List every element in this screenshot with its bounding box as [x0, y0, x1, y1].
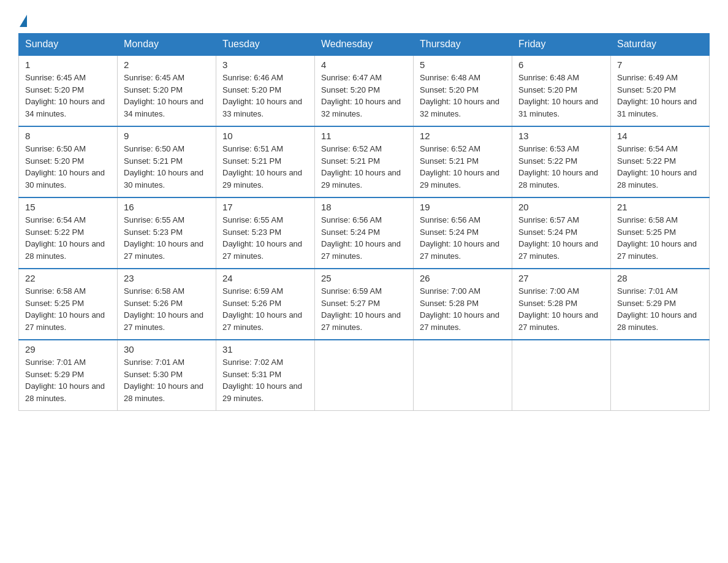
day-number: 12: [420, 131, 506, 141]
calendar-day-cell: 28Sunrise: 7:01 AMSunset: 5:29 PMDayligh…: [611, 269, 710, 340]
day-number: 3: [222, 59, 308, 70]
header-thursday: Thursday: [414, 34, 512, 56]
day-number: 11: [321, 131, 407, 141]
day-info: Sunrise: 6:55 AMSunset: 5:23 PMDaylight:…: [124, 214, 210, 262]
calendar-day-cell: 9Sunrise: 6:50 AMSunset: 5:21 PMDaylight…: [118, 126, 216, 197]
calendar-day-cell: 13Sunrise: 6:53 AMSunset: 5:22 PMDayligh…: [512, 126, 611, 197]
day-number: 17: [222, 202, 308, 212]
calendar-day-cell: 21Sunrise: 6:58 AMSunset: 5:25 PMDayligh…: [611, 197, 710, 269]
day-info: Sunrise: 7:01 AMSunset: 5:29 PMDaylight:…: [617, 285, 703, 333]
logo-triangle-icon: [20, 15, 27, 27]
calendar-week-row: 22Sunrise: 6:58 AMSunset: 5:25 PMDayligh…: [19, 269, 710, 340]
calendar-day-cell: 27Sunrise: 7:00 AMSunset: 5:28 PMDayligh…: [512, 269, 611, 340]
day-info: Sunrise: 6:50 AMSunset: 5:20 PMDaylight:…: [25, 143, 111, 191]
day-number: 2: [124, 59, 210, 70]
calendar-week-row: 1Sunrise: 6:45 AMSunset: 5:20 PMDaylight…: [19, 55, 710, 126]
calendar-day-cell: 22Sunrise: 6:58 AMSunset: 5:25 PMDayligh…: [19, 269, 118, 340]
calendar-day-cell: [611, 340, 710, 411]
calendar-day-cell: 3Sunrise: 6:46 AMSunset: 5:20 PMDaylight…: [216, 55, 315, 126]
calendar-day-cell: 19Sunrise: 6:56 AMSunset: 5:24 PMDayligh…: [414, 197, 512, 269]
calendar-day-cell: 17Sunrise: 6:55 AMSunset: 5:23 PMDayligh…: [216, 197, 315, 269]
calendar-day-cell: 2Sunrise: 6:45 AMSunset: 5:20 PMDaylight…: [118, 55, 216, 126]
day-info: Sunrise: 6:52 AMSunset: 5:21 PMDaylight:…: [321, 143, 407, 191]
day-number: 7: [617, 59, 703, 70]
day-number: 15: [25, 202, 111, 212]
day-info: Sunrise: 6:59 AMSunset: 5:27 PMDaylight:…: [321, 285, 407, 333]
day-info: Sunrise: 6:45 AMSunset: 5:20 PMDaylight:…: [124, 72, 210, 120]
calendar-day-cell: [414, 340, 512, 411]
day-info: Sunrise: 6:58 AMSunset: 5:26 PMDaylight:…: [124, 285, 210, 333]
calendar-day-cell: 1Sunrise: 6:45 AMSunset: 5:20 PMDaylight…: [19, 55, 118, 126]
day-info: Sunrise: 6:59 AMSunset: 5:26 PMDaylight:…: [222, 285, 308, 333]
day-number: 25: [321, 273, 407, 283]
day-number: 30: [124, 344, 210, 354]
header-monday: Monday: [118, 34, 216, 56]
calendar-week-row: 15Sunrise: 6:54 AMSunset: 5:22 PMDayligh…: [19, 197, 710, 269]
calendar-day-cell: 8Sunrise: 6:50 AMSunset: 5:20 PMDaylight…: [19, 126, 118, 197]
day-number: 9: [124, 131, 210, 141]
day-info: Sunrise: 7:01 AMSunset: 5:29 PMDaylight:…: [25, 356, 111, 404]
day-info: Sunrise: 7:02 AMSunset: 5:31 PMDaylight:…: [222, 356, 308, 404]
calendar-table: Sunday Monday Tuesday Wednesday Thursday…: [18, 33, 710, 411]
header-wednesday: Wednesday: [315, 34, 414, 56]
day-number: 31: [222, 344, 308, 354]
day-number: 29: [25, 344, 111, 354]
day-number: 20: [518, 202, 604, 212]
day-info: Sunrise: 6:56 AMSunset: 5:24 PMDaylight:…: [420, 214, 506, 262]
day-number: 18: [321, 202, 407, 212]
calendar-day-cell: 16Sunrise: 6:55 AMSunset: 5:23 PMDayligh…: [118, 197, 216, 269]
day-info: Sunrise: 6:53 AMSunset: 5:22 PMDaylight:…: [518, 143, 604, 191]
calendar-day-cell: 24Sunrise: 6:59 AMSunset: 5:26 PMDayligh…: [216, 269, 315, 340]
calendar-day-cell: 6Sunrise: 6:48 AMSunset: 5:20 PMDaylight…: [512, 55, 611, 126]
day-number: 21: [617, 202, 703, 212]
day-info: Sunrise: 6:58 AMSunset: 5:25 PMDaylight:…: [617, 214, 703, 262]
calendar-header-row: Sunday Monday Tuesday Wednesday Thursday…: [19, 34, 710, 56]
day-number: 14: [617, 131, 703, 141]
day-info: Sunrise: 6:48 AMSunset: 5:20 PMDaylight:…: [518, 72, 604, 120]
day-number: 19: [420, 202, 506, 212]
calendar-day-cell: 26Sunrise: 7:00 AMSunset: 5:28 PMDayligh…: [414, 269, 512, 340]
day-number: 1: [25, 59, 111, 70]
calendar-week-row: 29Sunrise: 7:01 AMSunset: 5:29 PMDayligh…: [19, 340, 710, 411]
calendar-day-cell: [315, 340, 414, 411]
day-number: 10: [222, 131, 308, 141]
day-number: 22: [25, 273, 111, 283]
calendar-day-cell: 20Sunrise: 6:57 AMSunset: 5:24 PMDayligh…: [512, 197, 611, 269]
day-info: Sunrise: 6:49 AMSunset: 5:20 PMDaylight:…: [617, 72, 703, 120]
header-saturday: Saturday: [611, 34, 710, 56]
day-info: Sunrise: 6:58 AMSunset: 5:25 PMDaylight:…: [25, 285, 111, 333]
header-tuesday: Tuesday: [216, 34, 315, 56]
calendar-day-cell: 14Sunrise: 6:54 AMSunset: 5:22 PMDayligh…: [611, 126, 710, 197]
calendar-day-cell: 30Sunrise: 7:01 AMSunset: 5:30 PMDayligh…: [118, 340, 216, 411]
header-friday: Friday: [512, 34, 611, 56]
calendar-day-cell: 12Sunrise: 6:52 AMSunset: 5:21 PMDayligh…: [414, 126, 512, 197]
calendar-day-cell: 18Sunrise: 6:56 AMSunset: 5:24 PMDayligh…: [315, 197, 414, 269]
calendar-week-row: 8Sunrise: 6:50 AMSunset: 5:20 PMDaylight…: [19, 126, 710, 197]
day-info: Sunrise: 6:54 AMSunset: 5:22 PMDaylight:…: [617, 143, 703, 191]
day-info: Sunrise: 6:55 AMSunset: 5:23 PMDaylight:…: [222, 214, 308, 262]
day-info: Sunrise: 6:51 AMSunset: 5:21 PMDaylight:…: [222, 143, 308, 191]
day-number: 24: [222, 273, 308, 283]
logo: [18, 12, 28, 27]
day-info: Sunrise: 6:52 AMSunset: 5:21 PMDaylight:…: [420, 143, 506, 191]
day-info: Sunrise: 7:00 AMSunset: 5:28 PMDaylight:…: [420, 285, 506, 333]
calendar-day-cell: 29Sunrise: 7:01 AMSunset: 5:29 PMDayligh…: [19, 340, 118, 411]
day-info: Sunrise: 6:47 AMSunset: 5:20 PMDaylight:…: [321, 72, 407, 120]
day-info: Sunrise: 6:54 AMSunset: 5:22 PMDaylight:…: [25, 214, 111, 262]
calendar-day-cell: 25Sunrise: 6:59 AMSunset: 5:27 PMDayligh…: [315, 269, 414, 340]
day-number: 28: [617, 273, 703, 283]
day-number: 6: [518, 59, 604, 70]
day-info: Sunrise: 6:57 AMSunset: 5:24 PMDaylight:…: [518, 214, 604, 262]
day-info: Sunrise: 6:46 AMSunset: 5:20 PMDaylight:…: [222, 72, 308, 120]
day-info: Sunrise: 7:01 AMSunset: 5:30 PMDaylight:…: [124, 356, 210, 404]
calendar-day-cell: [512, 340, 611, 411]
day-number: 13: [518, 131, 604, 141]
calendar-day-cell: 15Sunrise: 6:54 AMSunset: 5:22 PMDayligh…: [19, 197, 118, 269]
day-number: 27: [518, 273, 604, 283]
day-info: Sunrise: 7:00 AMSunset: 5:28 PMDaylight:…: [518, 285, 604, 333]
calendar-day-cell: 10Sunrise: 6:51 AMSunset: 5:21 PMDayligh…: [216, 126, 315, 197]
calendar-day-cell: 11Sunrise: 6:52 AMSunset: 5:21 PMDayligh…: [315, 126, 414, 197]
day-info: Sunrise: 6:56 AMSunset: 5:24 PMDaylight:…: [321, 214, 407, 262]
calendar-day-cell: 23Sunrise: 6:58 AMSunset: 5:26 PMDayligh…: [118, 269, 216, 340]
day-number: 16: [124, 202, 210, 212]
